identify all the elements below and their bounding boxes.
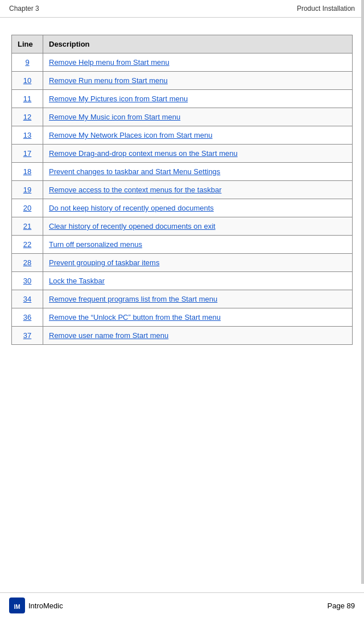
- page-number: Page 89: [328, 601, 355, 610]
- table-cell-line[interactable]: 17: [12, 145, 43, 163]
- table-cell-description[interactable]: Lock the Taskbar: [43, 272, 353, 290]
- table-cell-description[interactable]: Remove the “Unlock PC” button from the S…: [43, 308, 353, 327]
- main-content: Line Description 9Remove Help menu from …: [0, 18, 364, 356]
- logo-text: IntroMedic: [28, 601, 63, 610]
- table-row[interactable]: 28Prevent grouping of taskbar items: [12, 254, 353, 272]
- table-cell-line[interactable]: 9: [12, 53, 43, 72]
- table-cell-description[interactable]: Do not keep history of recently opened d…: [43, 199, 353, 217]
- table-row[interactable]: 9Remove Help menu from Start menu: [12, 53, 353, 72]
- column-header-line: Line: [12, 35, 43, 53]
- table-row[interactable]: 30Lock the Taskbar: [12, 272, 353, 290]
- reference-table: Line Description 9Remove Help menu from …: [11, 35, 353, 345]
- svg-text:IM: IM: [14, 604, 20, 610]
- table-cell-description[interactable]: Remove access to the context menus for t…: [43, 181, 353, 199]
- page-footer: IM IntroMedic Page 89: [0, 592, 364, 618]
- table-cell-line[interactable]: 19: [12, 181, 43, 199]
- table-cell-description[interactable]: Turn off personalized menus: [43, 236, 353, 254]
- table-cell-description[interactable]: Remove user name from Start menu: [43, 327, 353, 345]
- page-header: Chapter 3 Product Installation: [0, 0, 364, 18]
- section-label: Product Installation: [297, 5, 355, 13]
- table-cell-description[interactable]: Prevent changes to taskbar and Start Men…: [43, 163, 353, 181]
- table-row[interactable]: 36Remove the “Unlock PC” button from the…: [12, 308, 353, 327]
- table-row[interactable]: 37Remove user name from Start menu: [12, 327, 353, 345]
- table-cell-line[interactable]: 11: [12, 90, 43, 108]
- table-cell-line[interactable]: 12: [12, 108, 43, 126]
- table-header-row: Line Description: [12, 35, 353, 53]
- table-cell-line[interactable]: 28: [12, 254, 43, 272]
- table-cell-description[interactable]: Clear history of recently opened documen…: [43, 217, 353, 236]
- table-cell-line[interactable]: 10: [12, 72, 43, 90]
- footer-logo: IM IntroMedic: [9, 598, 63, 613]
- intromedic-logo-icon: IM: [9, 598, 25, 613]
- table-row[interactable]: 21Clear history of recently opened docum…: [12, 217, 353, 236]
- column-header-description: Description: [43, 35, 353, 53]
- table-cell-description[interactable]: Remove My Pictures icon from Start menu: [43, 90, 353, 108]
- table-row[interactable]: 17Remove Drag-and-drop context menus on …: [12, 145, 353, 163]
- table-cell-line[interactable]: 37: [12, 327, 43, 345]
- table-cell-line[interactable]: 36: [12, 308, 43, 327]
- table-cell-line[interactable]: 30: [12, 272, 43, 290]
- table-row[interactable]: 11Remove My Pictures icon from Start men…: [12, 90, 353, 108]
- table-row[interactable]: 13Remove My Network Places icon from Sta…: [12, 126, 353, 145]
- table-cell-line[interactable]: 18: [12, 163, 43, 181]
- table-row[interactable]: 10Remove Run menu from Start menu: [12, 72, 353, 90]
- table-row[interactable]: 34Remove frequent programs list from the…: [12, 290, 353, 308]
- table-cell-line[interactable]: 22: [12, 236, 43, 254]
- table-cell-line[interactable]: 13: [12, 126, 43, 145]
- table-cell-description[interactable]: Remove Run menu from Start menu: [43, 72, 353, 90]
- chapter-label: Chapter 3: [9, 5, 39, 13]
- table-cell-line[interactable]: 20: [12, 199, 43, 217]
- table-cell-line[interactable]: 34: [12, 290, 43, 308]
- table-cell-description[interactable]: Remove Help menu from Start menu: [43, 53, 353, 72]
- table-row[interactable]: 18Prevent changes to taskbar and Start M…: [12, 163, 353, 181]
- table-cell-description[interactable]: Remove My Music icon from Start menu: [43, 108, 353, 126]
- table-row[interactable]: 19Remove access to the context menus for…: [12, 181, 353, 199]
- table-cell-description[interactable]: Remove My Network Places icon from Start…: [43, 126, 353, 145]
- table-cell-description[interactable]: Remove frequent programs list from the S…: [43, 290, 353, 308]
- table-row[interactable]: 22Turn off personalized menus: [12, 236, 353, 254]
- table-cell-description[interactable]: Prevent grouping of taskbar items: [43, 254, 353, 272]
- table-row[interactable]: 20Do not keep history of recently opened…: [12, 199, 353, 217]
- table-row[interactable]: 12Remove My Music icon from Start menu: [12, 108, 353, 126]
- table-cell-line[interactable]: 21: [12, 217, 43, 236]
- scroll-bar[interactable]: [361, 0, 364, 584]
- table-cell-description[interactable]: Remove Drag-and-drop context menus on th…: [43, 145, 353, 163]
